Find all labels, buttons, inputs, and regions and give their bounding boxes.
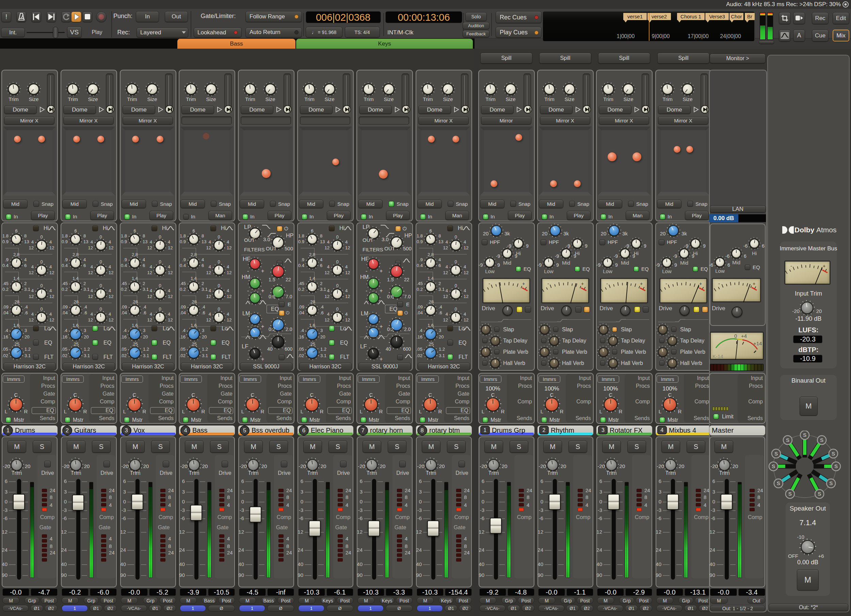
svg-text:S: S — [831, 451, 835, 457]
svg-text:-: - — [606, 280, 608, 286]
svg-text:S: S — [777, 480, 780, 486]
svg-text:-: - — [489, 280, 490, 286]
svg-text:-: - — [718, 280, 720, 286]
svg-text:-: - — [666, 280, 667, 286]
svg-text:+: + — [823, 263, 825, 269]
svg-text:S: S — [772, 463, 775, 469]
svg-text:S: S — [834, 463, 838, 469]
svg-text:+: + — [699, 281, 702, 286]
svg-text:+14: +14 — [753, 340, 762, 346]
svg-text:+4: +4 — [741, 333, 747, 339]
svg-text:S: S — [788, 491, 792, 497]
svg-text:-: - — [791, 263, 792, 269]
svg-text:S: S — [820, 437, 824, 443]
svg-text:S: S — [786, 437, 789, 443]
svg-text:0: 0 — [734, 333, 737, 339]
svg-text:+: + — [753, 281, 755, 286]
svg-text:S: S — [774, 451, 778, 457]
svg-text:K-14: K-14 — [713, 354, 723, 359]
svg-text:S: S — [829, 480, 833, 486]
svg-text:-: - — [547, 280, 549, 286]
svg-text:S: S — [803, 432, 806, 438]
svg-text:+: + — [640, 281, 643, 286]
svg-text:S: S — [818, 491, 821, 497]
svg-text:+: + — [522, 281, 525, 286]
svg-text:+: + — [581, 281, 584, 286]
